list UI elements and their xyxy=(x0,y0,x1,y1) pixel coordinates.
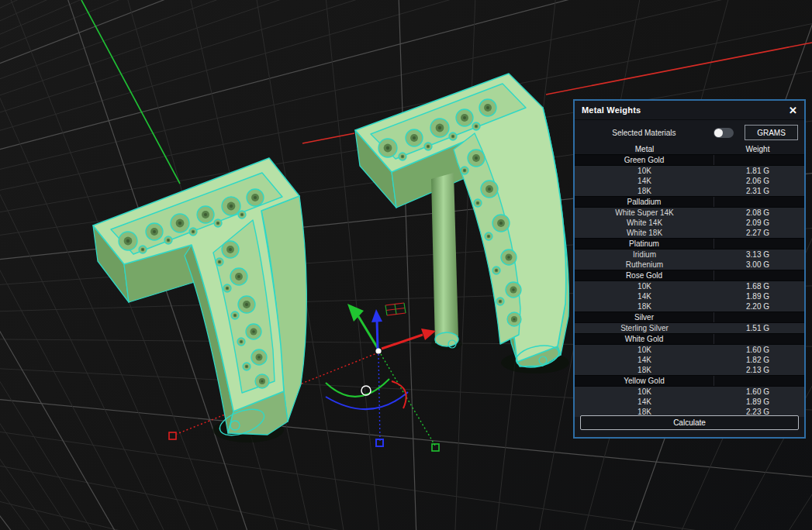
metal-weight-row: 14K1.89 G xyxy=(575,291,804,301)
metal-weight-row: 14K2.06 G xyxy=(575,176,804,186)
metal-weight-row: 10K1.81 G xyxy=(575,166,804,176)
metal-weight-row: 18K2.13 G xyxy=(575,365,804,375)
gumball-rotate-y-arc[interactable] xyxy=(326,379,389,397)
weight-value: 3.13 G xyxy=(714,250,801,259)
metal-section-label: Green Gold xyxy=(575,155,714,165)
support-cylinder xyxy=(431,173,458,348)
panel-controls: Selected Materials GRAMS xyxy=(581,122,798,143)
weight-value: 2.08 G xyxy=(714,208,801,217)
selected-materials-toggle[interactable] xyxy=(714,128,734,138)
karat-label: 18K xyxy=(575,302,714,311)
weight-value: 2.09 G xyxy=(714,219,801,227)
metal-column-header: Metal xyxy=(575,145,714,153)
karat-label: 18K xyxy=(575,187,714,195)
karat-label: 18K xyxy=(575,366,714,374)
weight-value: 1.81 G xyxy=(714,167,801,175)
metal-section-label: Palladium xyxy=(575,197,714,207)
karat-label: 14K xyxy=(575,177,714,185)
panel-titlebar: Metal Weights ✕ xyxy=(575,101,804,120)
weight-value: 1.89 G xyxy=(714,292,801,301)
karat-label: 14K xyxy=(575,356,714,364)
metal-weight-row: White 18K2.27 G xyxy=(575,228,804,238)
weight-value: 1.60 G xyxy=(714,346,801,354)
y-guide-handle[interactable] xyxy=(432,444,439,451)
weight-value: 2.13 G xyxy=(714,366,801,374)
karat-label: 10K xyxy=(575,282,714,291)
support-cylinder-bottom xyxy=(435,332,458,346)
metal-weight-row: Iridium3.13 G xyxy=(575,250,804,260)
metal-section-row: Green Gold xyxy=(575,154,804,166)
panel-title: Metal Weights xyxy=(582,105,641,115)
metal-weight-row: 14K1.82 G xyxy=(575,355,804,365)
metal-section-label: Yellow Gold xyxy=(575,376,714,386)
calculate-button[interactable]: Calculate xyxy=(580,415,799,430)
gumball-x-arrow[interactable] xyxy=(382,329,436,349)
karat-label: 10K xyxy=(575,167,714,175)
weight-value: 3.00 G xyxy=(714,260,801,269)
gumball-origin-dot[interactable] xyxy=(375,348,381,353)
weight-value: 1.89 G xyxy=(714,398,801,406)
weight-value: 1.60 G xyxy=(714,387,801,396)
metal-section-row: Silver xyxy=(575,311,804,323)
metal-section-row: Palladium xyxy=(575,196,804,208)
close-icon[interactable]: ✕ xyxy=(789,105,797,115)
karat-label: White 14K xyxy=(575,219,714,227)
y-axis-line xyxy=(81,0,180,184)
x-axis-line xyxy=(546,43,812,95)
karat-label: White 18K xyxy=(575,229,714,237)
selected-materials-label: Selected Materials xyxy=(581,129,707,137)
metal-weight-row: 18K2.31 G xyxy=(575,186,804,196)
weight-value: 1.82 G xyxy=(714,356,801,364)
x-axis-line xyxy=(302,133,354,143)
metal-weights-table: Green Gold10K1.81 G14K2.06 G18K2.31 GPal… xyxy=(575,154,804,417)
karat-label: 14K xyxy=(575,398,714,406)
karat-label: Ruthenium xyxy=(575,260,714,269)
units-button[interactable]: GRAMS xyxy=(745,125,798,140)
weight-value: 2.31 G xyxy=(714,187,801,195)
weight-value: 2.06 G xyxy=(714,177,801,185)
y-guide-dotted-line xyxy=(381,354,435,446)
metal-weight-row: Ruthenium3.00 G xyxy=(575,260,804,270)
model-letter-t-right[interactable] xyxy=(355,74,569,373)
weight-value: 1.68 G xyxy=(714,282,801,291)
weight-value: 2.27 G xyxy=(714,229,801,237)
support-cylinder-body xyxy=(431,173,458,343)
metal-section-label: Platinum xyxy=(575,239,714,249)
metal-weight-row: 18K2.20 G xyxy=(575,301,804,311)
karat-label: 14K xyxy=(575,292,714,301)
metal-section-row: Platinum xyxy=(575,238,804,250)
weight-column-header: Weight xyxy=(714,145,801,153)
metal-section-label: White Gold xyxy=(575,334,714,344)
karat-label: Sterling Silver xyxy=(575,324,714,332)
metal-weight-row: 10K1.68 G xyxy=(575,281,804,291)
table-header-row: Metal Weight xyxy=(575,143,804,154)
metal-section-label: Rose Gold xyxy=(575,270,714,280)
toggle-knob xyxy=(714,129,723,137)
metal-weight-row: White 14K2.09 G xyxy=(575,218,804,228)
metal-weight-row: 10K1.60 G xyxy=(575,387,804,397)
karat-label: White Super 14K xyxy=(575,208,714,217)
x-guide-handle[interactable] xyxy=(169,432,176,439)
metal-weight-row: Sterling Silver1.51 G xyxy=(575,323,804,333)
karat-label: 10K xyxy=(575,346,714,354)
viewport-3d[interactable]: Metal Weights ✕ Selected Materials GRAMS… xyxy=(0,0,812,530)
weight-value: 1.51 G xyxy=(714,324,801,332)
metal-weight-row: White Super 14K2.08 G xyxy=(575,208,804,218)
z-guide-dotted-line xyxy=(378,354,380,441)
karat-label: 10K xyxy=(575,387,714,396)
model-letter-t-left[interactable] xyxy=(93,158,306,442)
metal-section-label: Silver xyxy=(575,312,714,322)
metal-section-row: White Gold xyxy=(575,333,804,345)
karat-label: Iridium xyxy=(575,250,714,259)
metal-weight-row: 14K1.89 G xyxy=(575,397,804,407)
weight-value: 2.20 G xyxy=(714,302,801,311)
metal-weights-panel: Metal Weights ✕ Selected Materials GRAMS… xyxy=(573,99,806,439)
metal-section-row: Yellow Gold xyxy=(575,375,804,387)
cplane-icon xyxy=(385,303,406,315)
metal-weight-row: 10K1.60 G xyxy=(575,345,804,355)
metal-section-row: Rose Gold xyxy=(575,270,804,281)
